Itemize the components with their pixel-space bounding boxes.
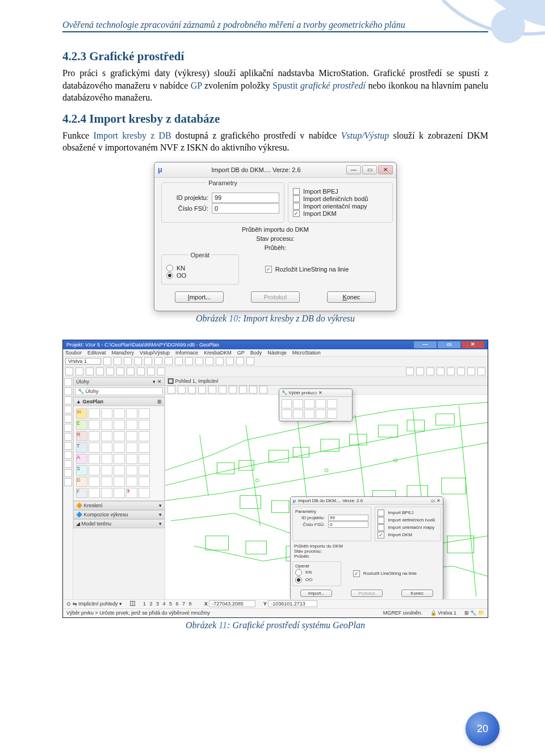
select-tool[interactable]: [316, 399, 326, 408]
toolbar-icon[interactable]: [437, 367, 445, 375]
select-tool[interactable]: [327, 410, 337, 419]
ms-left-toolbar[interactable]: [63, 377, 73, 599]
toolbar-icon[interactable]: [65, 367, 73, 375]
tool-icon[interactable]: [139, 420, 150, 430]
menu-vstup-vystup[interactable]: Vstup/Výstup: [140, 350, 170, 356]
mini-import-btn[interactable]: Import...: [300, 590, 332, 597]
ms-titlebar[interactable]: Projekt: Vzor 5 - C:\GeoPlan\Data\99\MAP…: [63, 340, 488, 349]
checkbox-dkm[interactable]: ✓: [293, 210, 300, 217]
expand-icon[interactable]: ▾: [159, 521, 162, 527]
tool-icon[interactable]: [89, 477, 100, 487]
menu-microstation[interactable]: MicroStation: [292, 350, 321, 356]
panel-kresleni-head[interactable]: 🔶 Kreslení▾: [73, 501, 165, 510]
menu-gp[interactable]: GP: [237, 350, 245, 356]
toolbar-icon[interactable]: [106, 367, 114, 375]
view-tool[interactable]: [198, 386, 206, 394]
toolbar-icon[interactable]: [226, 357, 234, 365]
collapse-icon[interactable]: ▾ ✕: [153, 379, 162, 385]
select-tool[interactable]: [282, 399, 292, 408]
panel-model-head[interactable]: ◢ Model terénu▾: [73, 519, 165, 528]
toolbar-icon[interactable]: [246, 357, 254, 365]
mini-chk[interactable]: [378, 509, 384, 516]
tool-icon[interactable]: [64, 478, 72, 486]
tool-icon[interactable]: [89, 465, 100, 475]
toolbar-icon[interactable]: [144, 357, 152, 365]
ulohy-dropdown[interactable]: 🔧 Úlohy: [75, 387, 163, 395]
tool-icon[interactable]: [126, 420, 137, 430]
menu-body[interactable]: Body: [250, 350, 262, 356]
toolbar-icon[interactable]: [134, 357, 142, 365]
view-tool[interactable]: [229, 386, 237, 394]
tool-icon[interactable]: [89, 442, 100, 453]
toolbar-icon[interactable]: [154, 357, 162, 365]
konec-button[interactable]: Konec: [327, 291, 376, 303]
tool-icon[interactable]: [126, 408, 137, 419]
close-button[interactable]: ✕: [462, 341, 484, 348]
ms-menubar[interactable]: Soubor Editovat Manažery Vstup/Výstup In…: [63, 349, 488, 357]
mini-chk[interactable]: [378, 517, 384, 524]
tool-icon[interactable]: [89, 488, 100, 498]
view-tool[interactable]: [167, 386, 175, 394]
menu-soubor[interactable]: Soubor: [65, 350, 82, 356]
toolbar-icon[interactable]: [137, 367, 145, 375]
select-tool[interactable]: [316, 410, 326, 419]
toolbar-icon[interactable]: [127, 367, 135, 375]
expand-icon[interactable]: ▾: [159, 503, 162, 508]
mini-input[interactable]: 99: [328, 515, 368, 521]
toolbar-icon[interactable]: [195, 357, 203, 365]
view-tool[interactable]: [188, 386, 196, 394]
input-cislo-fsu[interactable]: 0: [212, 203, 279, 214]
menu-editovat[interactable]: Editovat: [87, 350, 106, 356]
tool-icon[interactable]: [114, 477, 125, 487]
mini-konec-btn[interactable]: Konec: [401, 590, 433, 597]
view-tool[interactable]: [178, 386, 186, 394]
select-tool[interactable]: [293, 410, 303, 419]
mini-radio[interactable]: [295, 577, 302, 583]
checkbox-orient[interactable]: [293, 203, 300, 210]
ms-view[interactable]: 🔲 Pohled 1, Implicitní: [165, 377, 488, 599]
toolbar-icon[interactable]: [86, 367, 94, 375]
checkbox-rozlozit[interactable]: ✓: [265, 266, 272, 273]
input-id-projektu[interactable]: 99: [212, 193, 279, 203]
toolbar-icon[interactable]: [96, 367, 104, 375]
view-tool[interactable]: [239, 386, 247, 394]
tool-icon[interactable]: [64, 378, 72, 386]
tool-icon[interactable]: [64, 406, 72, 413]
minimize-button[interactable]: —: [414, 341, 437, 348]
tool-icon[interactable]: [64, 387, 72, 395]
toolbar-icon[interactable]: [185, 357, 193, 365]
tool-icon[interactable]: [64, 451, 72, 459]
select-tool[interactable]: [327, 399, 337, 408]
toolbar-icon[interactable]: [124, 357, 132, 365]
menu-kresbadkm[interactable]: KresbaDKM: [204, 350, 232, 356]
toolbar-icon[interactable]: [206, 357, 213, 365]
toolbar-icon[interactable]: [165, 357, 173, 365]
radio-kn[interactable]: [166, 265, 173, 272]
maximize-button[interactable]: ▭: [438, 341, 460, 348]
menu-nastroje[interactable]: Nástroje: [267, 350, 287, 356]
toolbar-icon[interactable]: [406, 367, 414, 375]
menu-manazery[interactable]: Manažery: [112, 350, 135, 356]
tool-icon[interactable]: [64, 460, 72, 468]
mini-protokol-btn[interactable]: Protokol: [351, 590, 383, 597]
tool-icon[interactable]: [64, 424, 72, 432]
view-tool[interactable]: [249, 386, 257, 394]
collapse-icon[interactable]: ⊞: [157, 399, 162, 404]
toolbar-icon[interactable]: [216, 357, 224, 365]
tool-icon[interactable]: [114, 420, 125, 430]
tool-icon[interactable]: [114, 408, 125, 419]
view-title[interactable]: 🔲 Pohled 1, Implicitní: [165, 377, 488, 386]
toolbar-icon[interactable]: [76, 367, 83, 375]
tool-icon[interactable]: [101, 477, 112, 487]
mini-chk[interactable]: ✓: [378, 532, 384, 538]
select-tool[interactable]: [282, 410, 292, 419]
checkbox-defbody[interactable]: [293, 195, 300, 202]
view-tool[interactable]: [259, 386, 267, 394]
vyber-prvku-dialog[interactable]: 🔧 Výběr prvku▭ ✕: [279, 389, 353, 421]
toolbar-icon[interactable]: [147, 367, 155, 375]
tool-icon[interactable]: [101, 408, 112, 419]
tool-icon[interactable]: [89, 408, 100, 419]
panel-kompozice-head[interactable]: 🔷 Kompozice výkresu▾: [73, 510, 165, 519]
select-tool[interactable]: [304, 410, 315, 419]
panel-ulohy-head[interactable]: Úlohy▾ ✕: [73, 377, 165, 386]
